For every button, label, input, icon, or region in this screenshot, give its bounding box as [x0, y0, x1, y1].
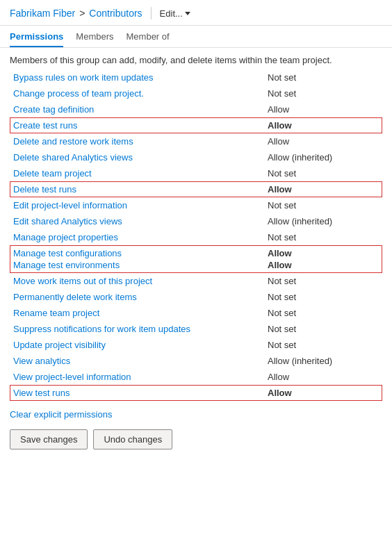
- tab-permissions[interactable]: Permissions: [10, 31, 63, 47]
- table-row: Delete test runsAllow: [10, 181, 382, 197]
- save-button[interactable]: Save changes: [10, 429, 88, 449]
- tab-bar: PermissionsMembersMember of: [0, 26, 392, 48]
- permissions-table: Bypass rules on work item updatesNot set…: [0, 69, 392, 401]
- permission-value: Allow (inherited): [268, 152, 379, 163]
- table-row: Delete team projectNot set: [10, 165, 382, 181]
- edit-label: Edit...: [160, 8, 183, 19]
- table-row: Delete shared Analytics viewsAllow (inhe…: [10, 149, 382, 165]
- action-buttons: Save changes Undo changes: [0, 422, 392, 456]
- tab-members[interactable]: Members: [76, 31, 113, 47]
- permission-name[interactable]: Edit shared Analytics views: [13, 216, 268, 226]
- permission-name[interactable]: Rename team project: [13, 308, 268, 318]
- table-row: Create test runsAllow: [10, 117, 382, 133]
- permission-name[interactable]: Edit project-level information: [13, 200, 268, 211]
- permission-value: Allow: [268, 104, 379, 115]
- permission-name[interactable]: Delete team project: [13, 168, 268, 179]
- table-row: Bypass rules on work item updatesNot set: [10, 69, 382, 85]
- permission-value: Not set: [268, 308, 379, 318]
- permission-name[interactable]: Delete shared Analytics views: [13, 152, 268, 163]
- table-row: View analyticsAllow (inherited): [10, 353, 382, 369]
- permission-value: Not set: [268, 292, 379, 302]
- undo-button[interactable]: Undo changes: [93, 429, 172, 449]
- permission-value: Allow: [268, 388, 379, 398]
- permission-name[interactable]: Delete test runs: [13, 184, 268, 195]
- clear-permissions-link[interactable]: Clear explicit permissions: [0, 401, 392, 422]
- permission-value: Allow: [268, 184, 379, 195]
- chevron-down-icon: [185, 12, 190, 15]
- table-row: View project-level informationAllow: [10, 369, 382, 385]
- table-row: Manage test configurationsAllow: [10, 245, 382, 259]
- permission-value: Not set: [268, 276, 379, 286]
- page-header: Fabrikam Fiber > Contributors Edit...: [0, 0, 392, 26]
- table-row: Permanently delete work itemsNot set: [10, 289, 382, 305]
- permission-value: Allow (inherited): [268, 216, 379, 226]
- permission-value: Allow: [268, 248, 379, 258]
- header-divider: [151, 7, 152, 19]
- permission-name[interactable]: Manage project properties: [13, 232, 268, 242]
- table-row: Manage project propertiesNot set: [10, 229, 382, 245]
- group-description: Members of this group can add, modify, a…: [0, 48, 392, 69]
- permission-value: Allow: [268, 372, 379, 382]
- edit-dropdown[interactable]: Edit...: [160, 8, 190, 19]
- permission-value: Not set: [268, 340, 379, 350]
- permission-value: Not set: [268, 232, 379, 242]
- permission-value: Not set: [268, 168, 379, 179]
- permission-value: Not set: [268, 200, 379, 211]
- permission-name[interactable]: Permanently delete work items: [13, 292, 268, 302]
- permission-name[interactable]: Change process of team project.: [13, 88, 268, 99]
- permission-value: Allow (inherited): [268, 356, 379, 366]
- table-row: View test runsAllow: [10, 385, 382, 401]
- permission-value: Not set: [268, 72, 379, 83]
- table-row: Change process of team project.Not set: [10, 85, 382, 101]
- permission-name[interactable]: Manage test environments: [13, 260, 268, 270]
- permission-value: Allow: [268, 136, 379, 147]
- table-row: Edit shared Analytics viewsAllow (inheri…: [10, 213, 382, 229]
- table-row: Edit project-level informationNot set: [10, 197, 382, 213]
- permission-name[interactable]: Create tag definition: [13, 104, 268, 115]
- permission-name[interactable]: Move work items out of this project: [13, 276, 268, 286]
- table-row: Create tag definitionAllow: [10, 101, 382, 117]
- permission-name[interactable]: Suppress notifications for work item upd…: [13, 324, 268, 334]
- table-row: Rename team projectNot set: [10, 305, 382, 321]
- permission-name[interactable]: View project-level information: [13, 372, 268, 382]
- permission-name[interactable]: Create test runs: [13, 120, 268, 131]
- permission-name[interactable]: Update project visibility: [13, 340, 268, 350]
- permission-value: Allow: [268, 260, 379, 270]
- permission-name[interactable]: View analytics: [13, 356, 268, 366]
- permission-value: Not set: [268, 88, 379, 99]
- table-row: Update project visibilityNot set: [10, 337, 382, 353]
- group-link[interactable]: Contributors: [89, 8, 142, 19]
- table-row: Manage test environmentsAllow: [10, 259, 382, 273]
- tab-member-of[interactable]: Member of: [126, 31, 170, 47]
- table-row: Suppress notifications for work item upd…: [10, 321, 382, 337]
- permission-value: Allow: [268, 120, 379, 131]
- breadcrumb-separator: >: [79, 8, 85, 19]
- table-row: Delete and restore work itemsAllow: [10, 133, 382, 149]
- permission-name[interactable]: View test runs: [13, 388, 268, 398]
- org-link[interactable]: Fabrikam Fiber: [10, 8, 75, 19]
- permission-name[interactable]: Delete and restore work items: [13, 136, 268, 147]
- permission-value: Not set: [268, 324, 379, 334]
- permission-name[interactable]: Bypass rules on work item updates: [13, 72, 268, 83]
- table-row: Move work items out of this projectNot s…: [10, 273, 382, 289]
- permission-name[interactable]: Manage test configurations: [13, 248, 268, 258]
